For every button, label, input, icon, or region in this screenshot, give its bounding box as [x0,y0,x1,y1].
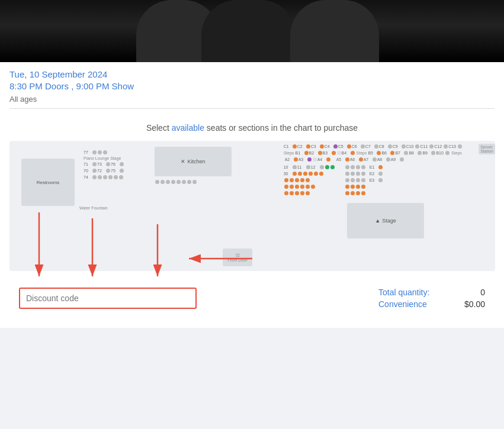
seat-dot[interactable] [98,175,102,179]
seat-dot[interactable] [120,169,124,173]
seat-dot[interactable] [361,165,365,169]
seat-dot[interactable] [114,175,118,179]
seat-dot[interactable] [182,180,186,184]
seat-dot[interactable] [290,191,294,195]
seat-dot[interactable] [119,175,123,179]
seat-dot[interactable] [300,191,304,195]
seat-dot[interactable] [431,151,435,155]
seat-dot[interactable] [347,144,351,149]
seating-chart-container[interactable]: Restrooms Water Fountain 77 Piano Lounge… [9,141,495,271]
seat-dot[interactable] [306,185,310,189]
seat-dot[interactable] [351,185,355,189]
seat-dot[interactable] [356,185,360,189]
seat-dot[interactable] [311,185,315,189]
seat-dot[interactable] [351,191,355,195]
seat-dot[interactable] [351,172,355,176]
seat-dot[interactable] [351,165,355,169]
seat-dot[interactable] [318,151,322,155]
seat-dot[interactable] [306,191,310,195]
seat-dot[interactable] [377,151,381,155]
seat-dot[interactable] [361,191,365,195]
seat-dot[interactable] [295,191,299,195]
seat-dot[interactable] [103,150,107,154]
seat-dot[interactable] [290,185,294,189]
seat-dot[interactable] [402,144,406,149]
seat-dot[interactable] [326,157,330,162]
seat-dot[interactable] [92,150,97,154]
seat-dot[interactable] [337,151,341,155]
seat-dot[interactable] [314,172,318,176]
seat-dot[interactable] [300,185,304,189]
seat-dot[interactable] [444,144,448,149]
seat-dot[interactable] [418,151,422,155]
seat-dot[interactable] [445,151,450,155]
seat-dot[interactable] [356,191,360,195]
seat-dot[interactable] [345,178,349,182]
seat-dot[interactable] [306,144,310,149]
seat-dot[interactable] [92,162,97,166]
seat-dot[interactable] [330,165,335,169]
seat-dot[interactable] [295,178,299,182]
seat-dot[interactable] [293,165,297,169]
seat-dot[interactable] [304,151,309,155]
seat-dot[interactable] [361,178,365,182]
seat-dot[interactable] [320,144,324,149]
seat-dot[interactable] [92,175,97,179]
seat-dot[interactable] [356,165,360,169]
seat-dot[interactable] [290,178,294,182]
seat-dot[interactable] [361,185,365,189]
seat-dot[interactable] [284,178,288,182]
seat-dot[interactable] [351,178,355,182]
seat-dot[interactable] [295,185,299,189]
seat-dot[interactable] [300,178,304,182]
seat-dot[interactable] [298,172,302,176]
seat-dot[interactable] [388,144,392,149]
seat-dot[interactable] [103,175,107,179]
seat-dot[interactable] [284,185,288,189]
seat-dot[interactable] [429,144,434,149]
seat-dot[interactable] [386,157,390,162]
seat-dot[interactable] [106,169,110,173]
seat-dot[interactable] [345,191,349,195]
seat-dot[interactable] [332,151,336,155]
seat-dot[interactable] [320,165,324,169]
seat-dot[interactable] [155,180,159,184]
seat-dot[interactable] [306,178,310,182]
seat-dot[interactable] [345,172,349,176]
seat-dot[interactable] [378,165,383,169]
seat-dot[interactable] [356,172,360,176]
seat-dot[interactable] [378,172,383,176]
seat-dot[interactable] [333,144,338,149]
seat-dot[interactable] [374,144,378,149]
seat-dot[interactable] [120,162,124,166]
seat-dot[interactable] [98,150,102,154]
seat-dot[interactable] [400,157,404,162]
seat-dot[interactable] [415,144,419,149]
seat-dot[interactable] [373,157,377,162]
seat-dot[interactable] [192,180,197,184]
seat-dot[interactable] [293,144,297,149]
seat-dot[interactable] [345,185,349,189]
seat-dot[interactable] [309,172,313,176]
seat-dot[interactable] [458,144,462,149]
seat-dot[interactable] [345,157,349,162]
seat-dot[interactable] [390,151,394,155]
seat-dot[interactable] [160,180,165,184]
seat-dot[interactable] [176,180,181,184]
seat-dot[interactable] [325,165,329,169]
seat-dot[interactable] [303,172,307,176]
seat-dot[interactable] [294,157,298,162]
seat-dot[interactable] [378,178,383,182]
seat-dot[interactable] [166,180,170,184]
seat-dot[interactable] [92,169,97,173]
discount-code-input[interactable] [26,293,190,303]
seat-dot[interactable] [361,172,365,176]
seat-dot[interactable] [293,172,297,176]
seat-dot[interactable] [307,157,312,162]
seat-dot[interactable] [171,180,175,184]
seat-dot[interactable] [356,178,360,182]
seat-dot[interactable] [313,157,317,162]
seat-dot[interactable] [284,191,288,195]
seat-dot[interactable] [404,151,408,155]
seat-dot[interactable] [319,172,323,176]
